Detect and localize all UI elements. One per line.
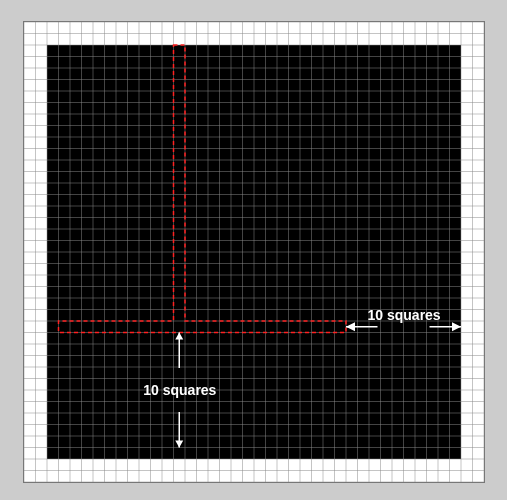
- v-dimension-label: 10 squares: [143, 382, 216, 398]
- grid-frame: [23, 21, 485, 483]
- grid-svg: [24, 22, 484, 482]
- h-dimension-label: 10 squares: [368, 307, 441, 323]
